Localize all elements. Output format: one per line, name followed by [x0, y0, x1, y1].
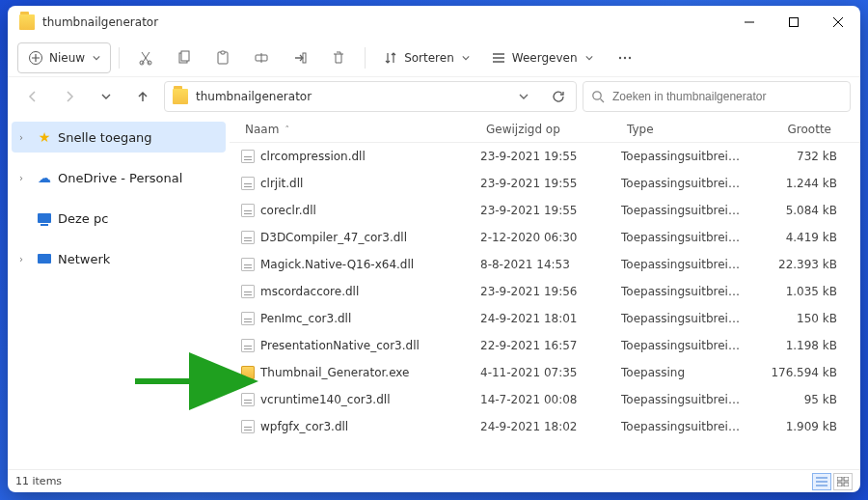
column-modified[interactable]: Gewijzigd op — [480, 123, 621, 136]
rename-button[interactable] — [243, 42, 280, 73]
cut-button[interactable] — [127, 42, 164, 73]
dll-icon — [239, 177, 257, 190]
star-icon: ★ — [37, 129, 52, 145]
window-title: thumbnailgenerator — [42, 15, 727, 29]
file-row[interactable]: PenImc_cor3.dll24-9-2021 18:01Toepassing… — [230, 305, 860, 332]
separator — [119, 47, 120, 69]
file-size: 1.198 kB — [745, 339, 837, 352]
dll-icon — [239, 258, 257, 271]
svg-rect-9 — [303, 53, 306, 63]
file-modified: 8-8-2021 14:53 — [480, 258, 621, 271]
file-name: Thumbnail_Generator.exe — [260, 366, 480, 379]
paste-button[interactable] — [204, 42, 241, 73]
status-item-count: 11 items — [15, 475, 62, 487]
file-row[interactable]: wpfgfx_cor3.dll24-9-2021 18:02Toepassing… — [230, 413, 860, 440]
svg-point-12 — [628, 56, 630, 58]
file-name: clrcompression.dll — [260, 150, 480, 163]
column-name[interactable]: Naam ˄ — [239, 123, 480, 136]
file-type: Toepassingsuitbreidi... — [621, 393, 745, 406]
maximize-button[interactable] — [772, 6, 816, 39]
more-button[interactable] — [605, 42, 645, 73]
column-size[interactable]: Grootte — [745, 123, 837, 136]
file-size: 176.594 kB — [745, 366, 837, 379]
sidebar-item-cloud[interactable]: ›☁OneDrive - Personal — [12, 162, 226, 193]
file-row[interactable]: D3DCompiler_47_cor3.dll2-12-2020 06:30To… — [230, 224, 860, 251]
svg-rect-14 — [837, 477, 842, 481]
file-size: 1.909 kB — [745, 420, 837, 433]
sidebar-item-label: Snelle toegang — [58, 130, 152, 145]
file-row[interactable]: coreclr.dll23-9-2021 19:55Toepassingsuit… — [230, 197, 860, 224]
file-size: 1.244 kB — [745, 177, 837, 190]
file-modified: 4-11-2021 07:35 — [480, 366, 621, 379]
status-bar: 11 items — [8, 469, 860, 492]
search-input[interactable] — [612, 90, 842, 103]
sidebar-item-star[interactable]: ›★Snelle toegang — [12, 122, 226, 153]
nav-up-button[interactable] — [127, 81, 158, 112]
file-name: PresentationNative_cor3.dll — [260, 339, 480, 352]
nav-back-button[interactable] — [17, 81, 48, 112]
file-row[interactable]: PresentationNative_cor3.dll22-9-2021 16:… — [230, 332, 860, 359]
details-view-button[interactable] — [812, 473, 831, 490]
expand-icon[interactable]: › — [19, 132, 31, 143]
icons-view-button[interactable] — [833, 473, 853, 490]
close-button[interactable] — [816, 6, 860, 39]
search-box[interactable] — [583, 81, 851, 112]
breadcrumb[interactable]: thumbnailgenerator — [196, 90, 312, 103]
file-type: Toepassingsuitbreidi... — [621, 420, 745, 433]
file-size: 150 kB — [745, 312, 837, 325]
file-type: Toepassingsuitbreidi... — [621, 177, 745, 190]
column-type[interactable]: Type — [621, 123, 745, 136]
file-name: D3DCompiler_47_cor3.dll — [260, 231, 480, 244]
expand-icon[interactable]: › — [19, 254, 31, 264]
sidebar-item-net[interactable]: ›Netwerk — [12, 243, 226, 274]
dll-icon — [239, 393, 257, 406]
minimize-button[interactable] — [727, 6, 772, 39]
exe-icon — [239, 366, 257, 379]
dll-icon — [239, 204, 257, 217]
dll-icon — [239, 312, 257, 325]
net-icon — [37, 251, 52, 266]
file-type: Toepassingsuitbreidi... — [621, 258, 745, 271]
file-row[interactable]: Magick.Native-Q16-x64.dll8-8-2021 14:53T… — [230, 251, 860, 278]
dll-icon — [239, 231, 257, 244]
file-list[interactable]: clrcompression.dll23-9-2021 19:55Toepass… — [230, 143, 860, 469]
svg-rect-5 — [181, 51, 189, 61]
svg-point-2 — [140, 61, 144, 65]
address-dropdown-button[interactable] — [510, 83, 537, 110]
view-selector — [812, 473, 853, 490]
file-modified: 24-9-2021 18:01 — [480, 312, 621, 325]
copy-button[interactable] — [166, 42, 203, 73]
file-modified: 23-9-2021 19:55 — [480, 177, 621, 190]
refresh-button[interactable] — [545, 83, 572, 110]
nav-recent-button[interactable] — [91, 81, 122, 112]
file-row[interactable]: clrcompression.dll23-9-2021 19:55Toepass… — [230, 143, 860, 170]
file-pane: Naam ˄ Gewijzigd op Type Grootte clrcomp… — [230, 116, 860, 469]
new-button[interactable]: Nieuw — [17, 42, 111, 73]
file-modified: 23-9-2021 19:55 — [480, 150, 621, 163]
nav-forward-button[interactable] — [54, 81, 85, 112]
svg-rect-0 — [790, 18, 799, 27]
file-modified: 22-9-2021 16:57 — [480, 339, 621, 352]
chevron-down-icon — [585, 54, 593, 62]
file-row[interactable]: Thumbnail_Generator.exe4-11-2021 07:35To… — [230, 359, 860, 386]
address-bar[interactable]: thumbnailgenerator — [164, 81, 577, 112]
view-button[interactable]: Weergeven — [481, 42, 603, 73]
file-size: 732 kB — [745, 150, 837, 163]
sidebar-item-pc[interactable]: Deze pc — [12, 203, 226, 234]
file-row[interactable]: vcruntime140_cor3.dll14-7-2021 00:08Toep… — [230, 386, 860, 413]
file-type: Toepassingsuitbreidi... — [621, 312, 745, 325]
address-row: thumbnailgenerator — [8, 77, 860, 116]
file-name: vcruntime140_cor3.dll — [260, 393, 480, 406]
file-modified: 23-9-2021 19:55 — [480, 204, 621, 217]
sort-button[interactable]: Sorteren — [373, 42, 479, 73]
svg-rect-7 — [221, 51, 225, 54]
share-button[interactable] — [282, 42, 318, 73]
delete-button[interactable] — [320, 42, 357, 73]
chevron-down-icon — [93, 54, 100, 62]
file-row[interactable]: clrjit.dll23-9-2021 19:55Toepassingsuitb… — [230, 170, 860, 197]
expand-icon[interactable]: › — [19, 173, 31, 183]
view-label: Weergeven — [512, 51, 578, 65]
file-name: clrjit.dll — [260, 177, 480, 190]
dll-icon — [239, 285, 257, 298]
file-row[interactable]: mscordaccore.dll23-9-2021 19:56Toepassin… — [230, 278, 860, 305]
